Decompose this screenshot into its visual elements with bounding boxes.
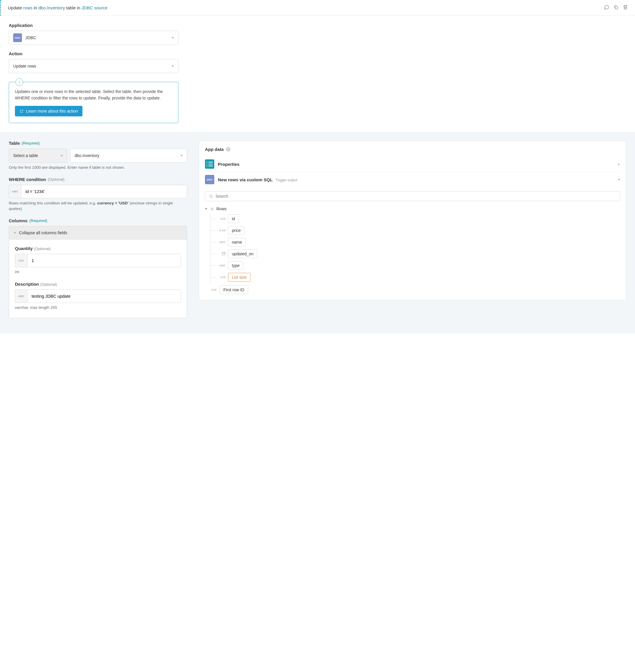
rows-children: 123 id 0.00 price ABC name updated_on: [210, 213, 620, 283]
datapill-list-size[interactable]: 123 List size: [211, 272, 620, 283]
chevron-right-icon: ▸: [618, 162, 620, 166]
table-field: Table (Required) Select a table dbo.Inve…: [9, 140, 187, 171]
columns-label: Columns: [9, 218, 27, 223]
action-label: Action: [9, 51, 178, 56]
learn-more-button[interactable]: Learn more about this action: [15, 106, 83, 116]
application-value: JDBC: [25, 36, 36, 40]
properties-row[interactable]: Properties ▸: [205, 156, 620, 172]
app-data-title: App data: [205, 147, 224, 152]
datapill-tree: Rows 123 id 0.00 price ABC name: [205, 205, 620, 294]
svg-rect-2: [222, 252, 225, 255]
quantity-field: Quantity (Optional) 123 int: [15, 246, 181, 274]
datapill-updated-on[interactable]: updated_on: [211, 248, 620, 260]
step-title: Update rows in dbo.Inventory table in JD…: [8, 5, 107, 10]
svg-rect-0: [615, 7, 618, 9]
collapse-columns-toggle[interactable]: Collapse all columns fields: [9, 226, 187, 239]
required-tag: (Required): [22, 141, 40, 145]
jdbc-app-icon: JDBC: [13, 33, 22, 42]
datapill-first-row-id[interactable]: 123 First row ID: [205, 283, 620, 294]
where-input[interactable]: [21, 185, 187, 198]
svg-point-1: [210, 195, 212, 197]
chevron-down-icon: [180, 155, 183, 156]
description-field: Description (Optional) ABC varchar, max …: [15, 282, 181, 310]
datapill-type[interactable]: ABC type: [211, 260, 620, 272]
list-icon: [210, 207, 214, 211]
application-select[interactable]: JDBC JDBC: [9, 31, 178, 45]
application-label: Application: [9, 23, 178, 28]
table-link[interactable]: dbo.Inventory: [38, 5, 65, 10]
delete-icon[interactable]: [623, 5, 628, 11]
chevron-down-icon: [618, 179, 620, 180]
quantity-hint: int: [15, 269, 181, 274]
columns-body: Quantity (Optional) 123 int Description …: [9, 239, 187, 318]
help-icon[interactable]: ?: [226, 147, 231, 151]
action-value: Update rows: [13, 64, 36, 68]
table-hint: Only the first 1000 are displayed. Enter…: [9, 165, 187, 171]
table-picker-button[interactable]: Select a table: [9, 149, 67, 162]
appdata-search[interactable]: [205, 191, 620, 201]
action-field: Action Update rows: [9, 51, 178, 73]
description-input[interactable]: [27, 289, 181, 303]
where-field: WHERE condition (Optional) ABC Rows matc…: [9, 177, 187, 212]
table-label: Table: [9, 140, 20, 146]
where-hint: Rows matching this condition will be upd…: [9, 201, 187, 212]
jdbc-app-icon: JDBC: [205, 175, 214, 184]
chevron-down-icon: [172, 65, 174, 67]
type-tag-123: 123: [15, 254, 27, 267]
info-box: i Updates one or more rows in the select…: [9, 82, 178, 123]
datapill-name[interactable]: ABC name: [211, 236, 620, 248]
datapill-price[interactable]: 0.00 price: [211, 224, 620, 236]
list-icon: [205, 159, 214, 169]
appdata-search-input[interactable]: [216, 194, 616, 199]
step-header: Update rows in dbo.Inventory table in JD…: [0, 0, 635, 16]
external-link-icon: [20, 109, 24, 113]
rows-link[interactable]: rows: [23, 5, 33, 10]
calendar-icon: [218, 252, 226, 256]
config-upper: Application JDBC JDBC Action Update rows…: [0, 16, 187, 132]
chevron-down-icon: [172, 37, 174, 39]
columns-field: Columns (Required) Collapse all columns …: [9, 218, 187, 318]
copy-icon[interactable]: [613, 5, 619, 11]
required-tag: (Required): [29, 218, 47, 223]
trigger-output-row[interactable]: JDBC New rows via custom SQL Trigger out…: [205, 172, 620, 187]
config-lower: Table (Required) Select a table dbo.Inve…: [0, 132, 635, 333]
type-tag-abc: ABC: [15, 289, 27, 303]
comment-icon[interactable]: [604, 5, 609, 11]
application-field: Application JDBC JDBC: [9, 23, 178, 45]
table-value: dbo.Inventory: [74, 153, 100, 158]
type-tag-abc: ABC: [9, 185, 21, 198]
info-icon: i: [16, 78, 23, 86]
where-label: WHERE condition: [9, 177, 46, 182]
rows-group[interactable]: Rows: [205, 205, 620, 213]
search-icon: [209, 194, 213, 199]
chevron-down-icon: [14, 232, 16, 234]
app-data-panel: App data ? Properties ▸ JDBC New rows vi…: [199, 140, 626, 300]
chevron-down-icon: [205, 208, 207, 210]
step-actions: [604, 5, 628, 11]
info-text: Updates one or more rows in the selected…: [15, 89, 172, 101]
table-value-select[interactable]: dbo.Inventory: [70, 149, 187, 162]
optional-tag: (Optional): [48, 177, 65, 181]
chevron-down-icon: [61, 155, 63, 156]
description-hint: varchar, max length 255: [15, 305, 181, 310]
action-select[interactable]: Update rows: [9, 59, 178, 73]
quantity-input[interactable]: [27, 254, 181, 267]
datapill-id[interactable]: 123 id: [211, 213, 620, 224]
source-link[interactable]: JDBC source: [82, 5, 107, 10]
